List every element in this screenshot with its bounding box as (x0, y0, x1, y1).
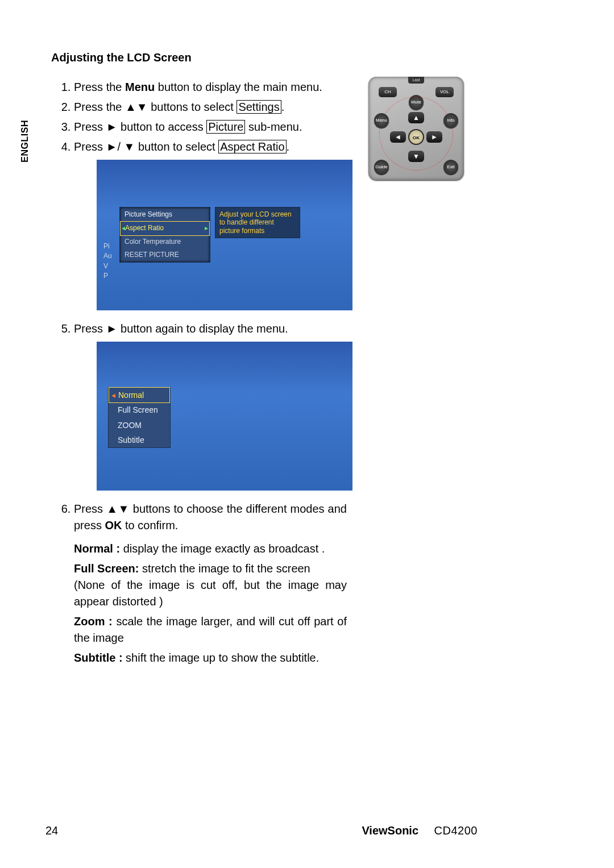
remote-illustration: Last CH VOL Mute Menu Info ▲ ◄ OK ► ▼ Gu… (368, 77, 464, 180)
text: Press ► button to access (74, 121, 206, 133)
osd-row-color-temp[interactable]: Color Temperature (120, 235, 210, 248)
page-number: 24 (45, 824, 58, 837)
remote-down-button[interactable]: ▼ (408, 151, 424, 162)
text: button to display the main menu. (155, 81, 322, 93)
footer-model: CD4200 (434, 824, 478, 837)
aspect-option-full-screen[interactable]: Full Screen (109, 402, 170, 417)
step-5: Press ► button again to display the menu… (74, 321, 347, 491)
text: stretch the image to fit the screen (139, 562, 310, 575)
step-2: Press the ▲▼ buttons to select Settings. (74, 99, 347, 115)
aspect-option-subtitle[interactable]: Subtitle (109, 433, 170, 447)
picture-box: Picture (206, 120, 245, 134)
remote-ch-button[interactable]: CH (379, 87, 397, 97)
text: . (281, 101, 285, 113)
remote-ok-button[interactable]: OK (408, 129, 424, 145)
remote-exit-button[interactable]: Exit (443, 160, 458, 175)
desc-subtitle: Subtitle : shift the image up to show th… (74, 650, 347, 666)
osd-left-item: V (103, 261, 112, 271)
text: Press ► button again to display the menu… (74, 322, 288, 335)
language-tab: ENGLISH (20, 120, 30, 163)
text: . (287, 140, 290, 153)
desc-full-screen: Full Screen: stretch the image to fit th… (74, 560, 347, 610)
osd-left-column: Pi Au V P (103, 242, 112, 281)
osd-panel-title: Picture Settings (120, 207, 210, 222)
osd-hint-box: Adjust your LCD screen to handle differe… (215, 207, 300, 238)
ok-word: OK (105, 519, 122, 531)
text: display the image exactly as broadcast . (120, 542, 325, 555)
aspect-option-normal[interactable]: ◂ Normal (109, 387, 170, 403)
step-4: Press ►/ ▼ button to select Aspect Ratio… (74, 139, 347, 310)
remote-last-button[interactable]: Last (408, 77, 424, 84)
text: shift the image up to show the subtitle. (123, 651, 320, 664)
step-1: Press the Menu button to display the mai… (74, 79, 347, 95)
label: Full Screen: (74, 562, 139, 575)
page-heading: Adjusting the LCD Screen (51, 51, 347, 64)
text: Press the ▲▼ buttons to select (74, 101, 237, 113)
main-content: Adjusting the LCD Screen Press the Menu … (51, 51, 347, 670)
osd-row-aspect-ratio[interactable]: ◂ Aspect Ratio ▸ (120, 221, 210, 235)
page-footer: 24 ViewSonic CD4200 (45, 824, 478, 837)
settings-box: Settings (237, 100, 281, 114)
remote-left-button[interactable]: ◄ (390, 131, 406, 143)
remote-info-button[interactable]: Info (443, 113, 458, 128)
label: Subtitle : (74, 651, 123, 664)
remote-up-button[interactable]: ▲ (408, 112, 424, 123)
label: Zoom : (74, 615, 113, 628)
osd-row-label: Aspect Ratio (125, 224, 164, 232)
desc-zoom: Zoom : scale the image larger, and will … (74, 613, 347, 646)
mode-descriptions: Normal : display the image exactly as br… (74, 541, 347, 666)
osd-picture-settings: Pi Au V P Picture Settings ◂ Aspect Rati… (97, 160, 352, 310)
aspect-menu-panel: ◂ Normal Full Screen ZOOM Subtitle (108, 387, 171, 448)
osd-left-item: P (103, 271, 112, 281)
indicator-right-icon: ▸ (205, 223, 208, 233)
step-6: Press ▲▼ buttons to choose the different… (74, 501, 347, 666)
text: scale the image larger, and will cut off… (74, 615, 347, 644)
option-label: Normal (118, 391, 144, 400)
remote-right-button[interactable]: ► (426, 131, 442, 143)
osd-left-item: Au (103, 251, 112, 261)
text: to confirm. (122, 519, 178, 531)
osd-row-reset-picture[interactable]: RESET PICTURE (120, 248, 210, 261)
label: Normal : (74, 542, 120, 555)
text: (None of the image is cut off, but the i… (74, 579, 347, 608)
indicator-left-icon: ◂ (111, 389, 115, 401)
steps-list: Press the Menu button to display the mai… (51, 79, 347, 666)
menu-word: Menu (125, 81, 155, 93)
text: Press the (74, 81, 125, 93)
desc-normal: Normal : display the image exactly as br… (74, 541, 347, 557)
osd-left-item: Pi (103, 242, 112, 251)
remote-guide-button[interactable]: Guide (374, 160, 389, 175)
text: sub-menu. (245, 121, 302, 133)
indicator-left-icon: ◂ (122, 223, 125, 233)
remote-menu-button[interactable]: Menu (374, 113, 389, 128)
aspect-ratio-box: Aspect Ratio (218, 140, 286, 153)
remote-vol-button[interactable]: VOL (435, 87, 454, 97)
aspect-option-zoom[interactable]: ZOOM (109, 418, 170, 433)
step-3: Press ► button to access Picture sub-men… (74, 119, 347, 135)
osd-aspect-menu: ◂ Normal Full Screen ZOOM Subtitle (97, 342, 352, 491)
footer-brand: ViewSonic (362, 824, 418, 837)
text: Press ►/ ▼ button to select (74, 140, 218, 153)
osd-panel: Picture Settings ◂ Aspect Ratio ▸ Color … (119, 207, 210, 263)
